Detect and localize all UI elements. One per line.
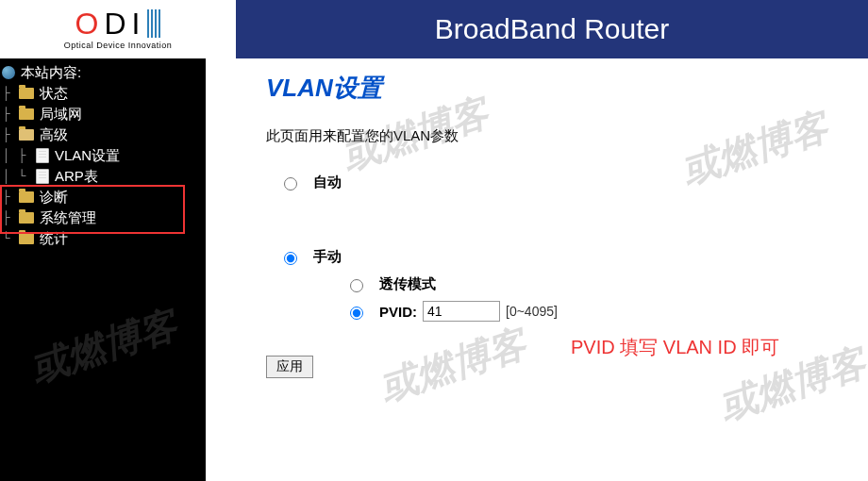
folder-icon [19,88,34,99]
label-pvid: PVID: [379,304,417,320]
sidebar-item-advanced[interactable]: ├ 高级 [0,124,206,145]
content-area: VLAN设置 此页面用来配置您的VLAN参数 自动 手动 透传模式 PVID: … [232,58,868,481]
sidebar-item-arp[interactable]: │ └ ARP表 [0,166,206,187]
radio-pvid[interactable] [350,307,363,320]
sidebar-item-vlan[interactable]: │ ├ VLAN设置 [0,145,206,166]
sidebar: 本站内容: ├ 状态 ├ 局域网 ├ 高级 │ ├ VLAN设置 │ └ ARP… [0,58,206,481]
radio-transparent[interactable] [350,279,363,292]
pvid-range: [0~4095] [506,304,558,319]
label-auto: 自动 [313,174,342,191]
sidebar-item-sysmgmt[interactable]: ├ 系统管理 [0,207,206,228]
page-icon [36,148,49,163]
radio-manual[interactable] [284,252,297,265]
tree-root[interactable]: 本站内容: [0,62,206,83]
page-icon [36,169,49,184]
pvid-input[interactable] [423,301,500,322]
folder-icon [19,108,34,120]
folder-icon [19,233,34,244]
apply-button[interactable]: 应用 [266,356,313,378]
folder-icon [19,191,34,203]
page-title: VLAN设置 [266,72,868,105]
logo-area: ODI Optical Device Innovation [0,0,236,58]
globe-icon [2,66,15,79]
sidebar-item-status[interactable]: ├ 状态 [0,83,206,104]
banner-title: BroadBand Router [236,0,868,58]
folder-icon [19,212,34,224]
page-desc: 此页面用来配置您的VLAN参数 [266,127,868,145]
sidebar-item-diagnostic[interactable]: ├ 诊断 [0,187,206,207]
folder-open-icon [19,129,34,141]
annotation-text: PVID 填写 VLAN ID 即可 [571,335,779,360]
logo-icon: ODI [75,8,161,39]
sidebar-item-lan[interactable]: ├ 局域网 [0,104,206,124]
sidebar-item-stats[interactable]: └ 统计 [0,228,206,249]
tree-root-label: 本站内容: [21,64,81,82]
radio-auto[interactable] [284,177,297,191]
logo-tagline: Optical Device Innovation [64,41,173,50]
label-manual: 手动 [313,248,342,266]
label-transparent: 透传模式 [379,275,436,293]
